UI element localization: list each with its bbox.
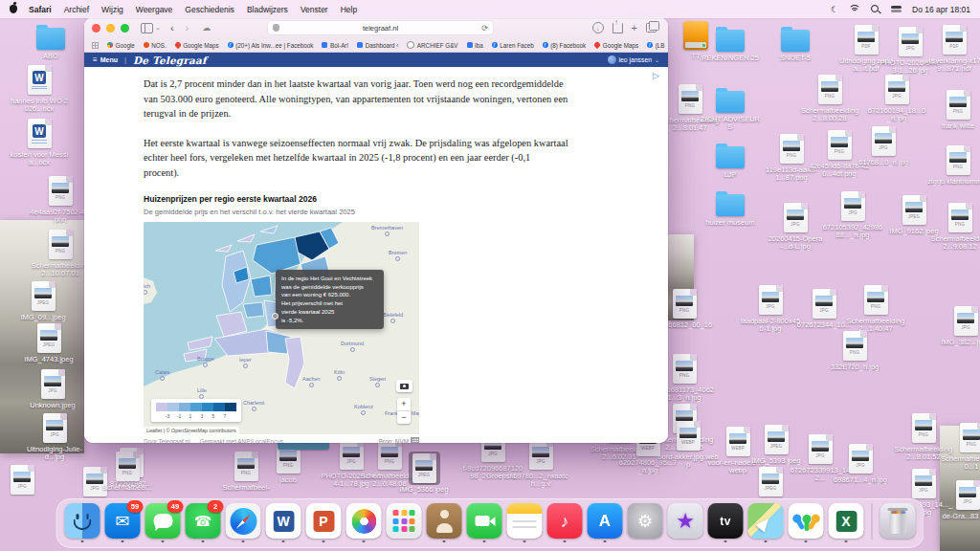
sidebar-icon[interactable] <box>141 23 153 33</box>
bookmark-item[interactable]: NOS. <box>144 42 167 49</box>
apple-menu-icon[interactable] <box>10 5 17 13</box>
dock-item-tv[interactable]: tv <box>708 503 744 542</box>
hamburger-icon[interactable]: ≡ <box>93 55 98 64</box>
desktop-icon-laadpaal-2-800x450[interactable]: JPGlaadpaal-2-800x450-1.jpg <box>740 283 801 333</box>
desktop-icon-schermafbeelding-2[interactable]: PNGSchermafbeelding 2...1.40.47 <box>845 283 906 333</box>
desktop-icon-img-09-jpeg[interactable]: JPEGIMG_09...jpeg <box>12 279 74 321</box>
dock-item-messages[interactable]: 49 <box>145 503 181 542</box>
sidebar-chevron-icon[interactable]: ⌄ <box>155 24 161 32</box>
bookmark-item[interactable]: Google Maps <box>594 42 638 49</box>
dock-item-whatsapp[interactable]: ☎2 <box>186 503 221 542</box>
desktop-icon-61768-0-n-jpg[interactable]: JPG61768...0_n.jpg <box>853 124 914 166</box>
desktop-icon-69780-2-rwaatch-[interactable]: JPG69780...2_rwaatch...g.v <box>510 438 571 488</box>
dock-item-music[interactable]: ♪ <box>547 503 583 542</box>
close-button[interactable] <box>92 24 100 33</box>
bookmark-item[interactable]: (LB <box>647 42 664 49</box>
menu-item-bladwijzers[interactable]: Bladwijzers <box>247 5 288 14</box>
desktop-icon-de-gra-83-rp-[interactable]: JPGde-Gra...83 RP- <box>937 478 980 520</box>
map-export-button[interactable] <box>396 380 412 392</box>
back-button[interactable]: ‹ <box>170 22 174 33</box>
dock-item-appstore[interactable]: A <box>588 503 623 542</box>
dock-item-mail[interactable]: ✉59 <box>105 503 141 542</box>
minimize-button[interactable] <box>106 24 115 33</box>
menu-item-help[interactable]: Help <box>341 5 357 14</box>
downloads-icon[interactable]: ↓ <box>592 22 604 33</box>
fullscreen-button[interactable] <box>121 24 129 33</box>
desktop-icon-abo[interactable]: ABO <box>20 21 81 60</box>
privacy-shield-icon[interactable] <box>273 24 279 32</box>
desktop-icon-ljp[interactable]: LJP <box>700 140 761 179</box>
window-titlebar[interactable]: ⌄ ‹ › ☁ telegraaf.nl ⟳ ↓ + <box>84 17 668 38</box>
desktop-icon-uitnodiging-julie-[interactable]: JPGUitnodiging-Julie-d...jpg <box>24 411 85 461</box>
focus-moon-icon[interactable]: ☾ <box>831 5 838 14</box>
spotlight-icon[interactable] <box>871 5 880 14</box>
dock-item-word[interactable]: W <box>266 503 301 542</box>
bookmark-item[interactable]: Laren Faceb <box>492 42 534 49</box>
dock-item-facetime[interactable] <box>467 503 502 542</box>
address-bar[interactable]: telegraaf.nl ⟳ <box>268 21 493 34</box>
menu-item-archief[interactable]: Archief <box>64 5 89 14</box>
bookmark-item[interactable]: (20+) Als Inw...ee | Facebook <box>228 42 314 49</box>
new-tab-icon[interactable]: + <box>632 22 637 33</box>
share-icon[interactable] <box>612 23 623 33</box>
wifi-icon[interactable] <box>849 5 860 13</box>
menu-button[interactable]: Menu <box>100 56 118 63</box>
desktop-icon-frank-witte[interactable]: PNGfrank witte <box>927 88 980 130</box>
menu-bar-clock[interactable]: Do 16 apr 18:01 <box>912 5 970 14</box>
bookmark-item[interactable]: ARCHIEF G&V <box>407 41 457 49</box>
dock-item-finder[interactable] <box>65 503 100 542</box>
bookmark-item[interactable]: Iba <box>467 42 483 49</box>
bookmark-item[interactable]: Bol-Ar! <box>322 42 348 49</box>
map-zoom-out-button[interactable]: − <box>397 411 411 424</box>
menu-item-geschiedenis[interactable]: Geschiedenis <box>185 5 234 14</box>
dock-item-passwords[interactable] <box>789 503 824 542</box>
control-center-icon[interactable] <box>891 6 902 13</box>
forward-button[interactable]: › <box>186 22 189 33</box>
dock-item-excel[interactable]: X <box>829 503 864 542</box>
menu-item-venster[interactable]: Venster <box>301 5 328 14</box>
menu-item-safari[interactable]: Safari <box>29 5 52 14</box>
desktop-icon-332e720-h-jpg[interactable]: PNG332E720_h.jpg <box>824 329 885 371</box>
tab-overview-icon[interactable] <box>646 23 657 33</box>
desktop-icon-schermafbeel-ng-20[interactable]: PNGSchermafbeel-ng-20...1 <box>941 421 980 471</box>
desktop-icon-zicht-adviseurs[interactable]: ZICHT ADVISEURS <box>700 84 761 131</box>
dock-item-contacts[interactable] <box>427 503 462 542</box>
map-zoom-in-button[interactable]: + <box>397 398 411 411</box>
bookmark-item[interactable]: Google Maps <box>175 42 219 49</box>
menu-item-wijzig[interactable]: Wijzig <box>101 5 123 14</box>
ad-choices-icon[interactable]: ▷ <box>653 71 659 80</box>
map-attribution[interactable]: Leaflet | © OpenStreetMap contributors <box>144 427 239 434</box>
account-menu[interactable]: leo janssen ⌄ <box>608 55 659 64</box>
desktop-icon-20260415-opera-[interactable]: JPG20260415-Opera-...d-L.jpg <box>765 201 826 251</box>
desktop-icon-huizer-museum[interactable]: huizer museum <box>700 187 761 227</box>
desktop-icon-img-382-jpeg[interactable]: JPGIMG_382...jpeg <box>935 304 980 346</box>
bookmark-item[interactable]: Dashboard ‹ <box>357 42 398 49</box>
bookmark-item[interactable]: (8) Facebook <box>543 42 587 49</box>
dock-item-launchpad[interactable] <box>387 503 422 542</box>
desktop-icon-kosten-voor-messia[interactable]: Wkosten voor Messia...ocx <box>9 117 70 166</box>
reload-icon[interactable]: ⟳ <box>481 24 488 33</box>
desktop-icon-hannes-info-wo-202[interactable]: Whannes info WO 2026...ocx <box>9 63 70 113</box>
favorites-grid-icon[interactable] <box>92 42 99 49</box>
desktop-icon-698671-4-n-jpg[interactable]: JPG698671...4_n.jpg <box>830 442 891 484</box>
icloud-tab-icon[interactable]: ☁ <box>202 23 211 33</box>
bookmark-item[interactable]: Google <box>107 42 135 49</box>
dock-item-imovie[interactable]: ★ <box>668 503 703 542</box>
dock-item-safari[interactable] <box>226 503 261 542</box>
telegraaf-logo[interactable]: De Telegraaf <box>133 55 207 66</box>
dock-item-notes[interactable] <box>507 503 543 542</box>
desktop-icon-img-4743-jpeg[interactable]: JPEGIMG_4743.jpeg <box>18 321 79 364</box>
dock-item-maps[interactable] <box>748 503 784 542</box>
dock-item-powerpoint[interactable]: P <box>306 503 342 542</box>
desktop-icon-672105392-4298688-[interactable]: JPG672105392_4298688..._n.jpg <box>822 189 883 239</box>
desktop-icon-4e4aa92f-7502-4-[interactable]: PNG4e4aa92f-7502-4...png <box>30 174 91 224</box>
dock-item-trash[interactable] <box>880 503 916 542</box>
desktop-icon-unknown-jpeg[interactable]: JPGUnknown.jpeg <box>22 367 83 409</box>
desktop-icon-ziggo-klantnummer[interactable]: PNGziggo klantnummer <box>927 143 980 186</box>
desktop-icon-schermafbeelding-2[interactable]: PNGSchermafbeelding 2...9.08.12 <box>929 201 980 251</box>
desktop-icon-img-5366-jpeg[interactable]: JPEGIMG_5366.jpeg <box>393 452 455 494</box>
table-icon[interactable] <box>411 437 419 443</box>
desktop-icon-schermafbeelding-2[interactable]: PNGSchermafbeelding 2...8.00.28 <box>799 73 860 122</box>
desktop-icon-snoet-5[interactable]: SNOET-5 <box>765 23 826 62</box>
dock-item-settings[interactable]: ⚙ <box>628 503 663 542</box>
